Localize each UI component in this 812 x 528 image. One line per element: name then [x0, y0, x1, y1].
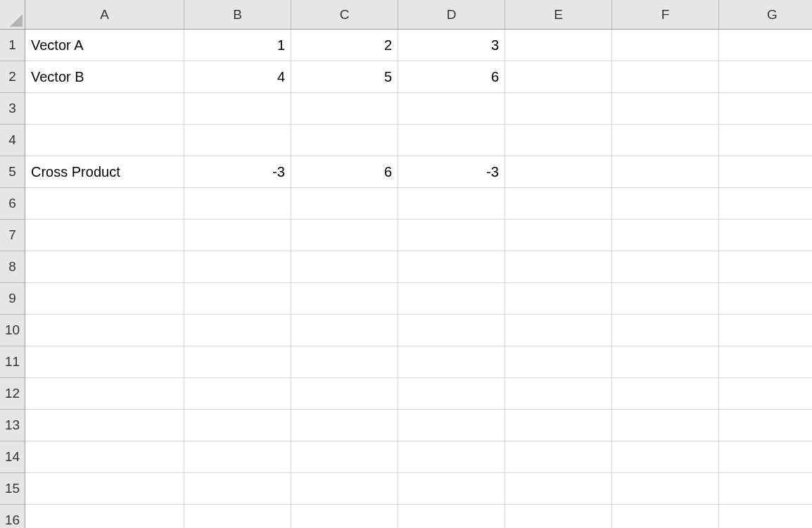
cell-A9[interactable]: [25, 283, 184, 315]
cell-D16[interactable]: [398, 505, 505, 528]
cell-E15[interactable]: [505, 473, 612, 505]
cell-C15[interactable]: [291, 473, 398, 505]
cell-F11[interactable]: [612, 346, 719, 378]
cell-B2[interactable]: 4: [184, 61, 291, 93]
cell-E4[interactable]: [505, 125, 612, 156]
cell-C5[interactable]: 6: [291, 156, 398, 188]
cell-F4[interactable]: [612, 125, 719, 156]
row-header-13[interactable]: 13: [0, 410, 25, 441]
cell-C11[interactable]: [291, 346, 398, 378]
row-header-7[interactable]: 7: [0, 220, 25, 251]
cell-C1[interactable]: 2: [291, 30, 398, 61]
row-header-1[interactable]: 1: [0, 30, 25, 61]
cell-B14[interactable]: [184, 441, 291, 473]
cell-B6[interactable]: [184, 188, 291, 220]
cell-A6[interactable]: [25, 188, 184, 220]
col-header-C[interactable]: C: [291, 0, 398, 30]
cell-E13[interactable]: [505, 410, 612, 441]
row-header-11[interactable]: 11: [0, 346, 25, 378]
col-header-A[interactable]: A: [25, 0, 184, 30]
col-header-B[interactable]: B: [184, 0, 291, 30]
cell-D12[interactable]: [398, 378, 505, 410]
cell-D11[interactable]: [398, 346, 505, 378]
cell-B11[interactable]: [184, 346, 291, 378]
col-header-E[interactable]: E: [505, 0, 612, 30]
cell-A10[interactable]: [25, 315, 184, 346]
cell-D8[interactable]: [398, 251, 505, 283]
cell-B12[interactable]: [184, 378, 291, 410]
select-all-corner[interactable]: [0, 0, 25, 30]
cell-F16[interactable]: [612, 505, 719, 528]
row-header-16[interactable]: 16: [0, 505, 25, 528]
cell-F3[interactable]: [612, 93, 719, 125]
cell-C4[interactable]: [291, 125, 398, 156]
cell-F8[interactable]: [612, 251, 719, 283]
cell-D13[interactable]: [398, 410, 505, 441]
cell-A11[interactable]: [25, 346, 184, 378]
cell-E14[interactable]: [505, 441, 612, 473]
cell-E1[interactable]: [505, 30, 612, 61]
row-header-14[interactable]: 14: [0, 441, 25, 473]
cell-F1[interactable]: [612, 30, 719, 61]
cell-B3[interactable]: [184, 93, 291, 125]
cell-A13[interactable]: [25, 410, 184, 441]
cell-C6[interactable]: [291, 188, 398, 220]
cell-D2[interactable]: 6: [398, 61, 505, 93]
cell-B8[interactable]: [184, 251, 291, 283]
row-header-5[interactable]: 5: [0, 156, 25, 188]
cell-E12[interactable]: [505, 378, 612, 410]
row-header-6[interactable]: 6: [0, 188, 25, 220]
cell-A2[interactable]: Vector B: [25, 61, 184, 93]
cell-F12[interactable]: [612, 378, 719, 410]
cell-D10[interactable]: [398, 315, 505, 346]
cell-F14[interactable]: [612, 441, 719, 473]
cell-G5[interactable]: [719, 156, 812, 188]
cell-B15[interactable]: [184, 473, 291, 505]
cell-B1[interactable]: 1: [184, 30, 291, 61]
cell-A1[interactable]: Vector A: [25, 30, 184, 61]
cell-E10[interactable]: [505, 315, 612, 346]
col-header-F[interactable]: F: [612, 0, 719, 30]
cell-F2[interactable]: [612, 61, 719, 93]
cell-B7[interactable]: [184, 220, 291, 251]
cell-G16[interactable]: [719, 505, 812, 528]
row-header-9[interactable]: 9: [0, 283, 25, 315]
cell-D6[interactable]: [398, 188, 505, 220]
cell-F9[interactable]: [612, 283, 719, 315]
cell-B13[interactable]: [184, 410, 291, 441]
cell-C8[interactable]: [291, 251, 398, 283]
cell-B9[interactable]: [184, 283, 291, 315]
cell-A3[interactable]: [25, 93, 184, 125]
cell-F5[interactable]: [612, 156, 719, 188]
cell-A14[interactable]: [25, 441, 184, 473]
cell-B16[interactable]: [184, 505, 291, 528]
cell-A16[interactable]: [25, 505, 184, 528]
cell-A4[interactable]: [25, 125, 184, 156]
row-header-10[interactable]: 10: [0, 315, 25, 346]
cell-C13[interactable]: [291, 410, 398, 441]
cell-E16[interactable]: [505, 505, 612, 528]
cell-G9[interactable]: [719, 283, 812, 315]
cell-G15[interactable]: [719, 473, 812, 505]
cell-C12[interactable]: [291, 378, 398, 410]
col-header-D[interactable]: D: [398, 0, 505, 30]
cell-E9[interactable]: [505, 283, 612, 315]
cell-G11[interactable]: [719, 346, 812, 378]
cell-E7[interactable]: [505, 220, 612, 251]
cell-D9[interactable]: [398, 283, 505, 315]
cell-E8[interactable]: [505, 251, 612, 283]
cell-A7[interactable]: [25, 220, 184, 251]
cell-G10[interactable]: [719, 315, 812, 346]
cell-F10[interactable]: [612, 315, 719, 346]
row-header-4[interactable]: 4: [0, 125, 25, 156]
cell-C2[interactable]: 5: [291, 61, 398, 93]
row-header-15[interactable]: 15: [0, 473, 25, 505]
cell-F6[interactable]: [612, 188, 719, 220]
cell-E11[interactable]: [505, 346, 612, 378]
cell-G3[interactable]: [719, 93, 812, 125]
col-header-G[interactable]: G: [719, 0, 812, 30]
row-header-12[interactable]: 12: [0, 378, 25, 410]
cell-G7[interactable]: [719, 220, 812, 251]
cell-A15[interactable]: [25, 473, 184, 505]
cell-G1[interactable]: [719, 30, 812, 61]
